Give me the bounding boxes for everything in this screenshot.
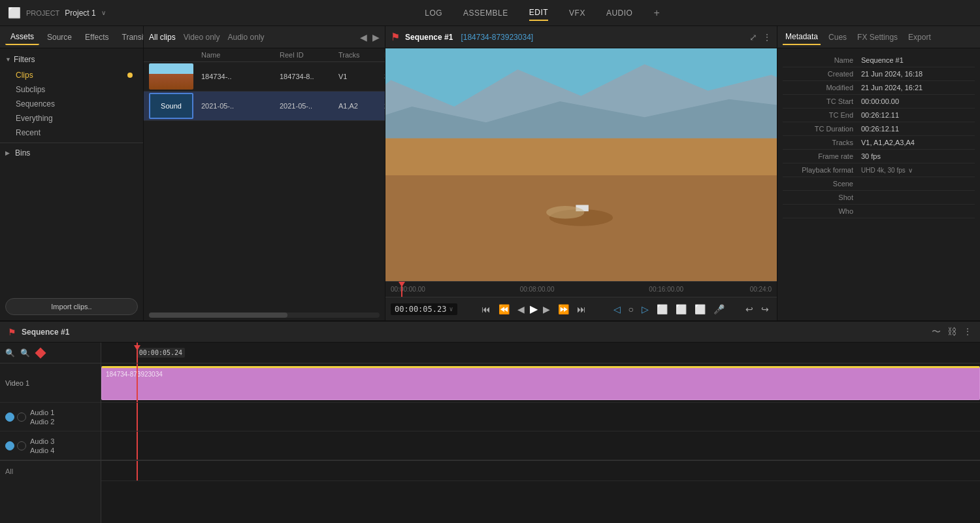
filters-header[interactable]: ▼ Filters xyxy=(5,54,138,65)
insert-button[interactable]: ⬜ xyxy=(673,303,689,316)
meta-value-modified: 21 Jun 2024, 16:21 xyxy=(861,84,975,92)
filter-sequences[interactable]: Sequences xyxy=(5,97,138,111)
video-clip-block[interactable]: 184734-873923034 xyxy=(101,366,980,400)
project-caret-icon[interactable]: ∨ xyxy=(101,9,106,16)
preview-playhead[interactable] xyxy=(401,282,402,297)
bins-label: Bins xyxy=(15,148,30,158)
clips-prev-icon[interactable]: ◀ xyxy=(360,32,367,42)
mark-clear-button[interactable]: ○ xyxy=(626,303,636,316)
table-row[interactable]: 184734-.. 184734-8.. V1 30 xyxy=(144,62,385,92)
audio34-ctrl-2[interactable] xyxy=(17,441,26,450)
top-bar: ⬜ PROJECT Project 1 ∨ LOG ASSEMBLE EDIT … xyxy=(0,0,980,26)
meta-name-row: Name Sequence #1 xyxy=(783,54,975,67)
tab-metadata[interactable]: Metadata xyxy=(783,29,821,45)
tab-fx-settings[interactable]: FX Settings xyxy=(855,30,900,44)
clips-scrollbar[interactable] xyxy=(149,312,380,318)
skip-to-start-button[interactable]: ⏮ xyxy=(479,303,493,316)
import-clips-button[interactable]: Import clips.. xyxy=(5,298,138,315)
fullscreen-icon[interactable]: ⤢ xyxy=(749,32,757,42)
main-area: Assets Source Effects Transitions + 🔍 ≡ … xyxy=(0,26,980,320)
audio12-empty xyxy=(101,403,980,431)
tab-video-only[interactable]: Video only xyxy=(184,30,220,44)
timeline-body: 🔍 🔍 Video 1 Audio 1 Audio 2 xyxy=(0,343,980,523)
tab-audio-only[interactable]: Audio only xyxy=(228,30,265,44)
nav-log[interactable]: LOG xyxy=(425,6,442,20)
all-track-row[interactable] xyxy=(101,460,980,481)
audio34-track-row[interactable] xyxy=(101,431,980,460)
ruler-mark-2: 00:16:00.00 xyxy=(649,286,683,293)
project-label: PROJECT xyxy=(26,9,59,17)
clip-thumbnail-1 xyxy=(149,63,201,90)
step-forward-button[interactable]: ⏩ xyxy=(555,303,572,316)
audio12-ctrl-1[interactable] xyxy=(5,413,14,422)
meta-value-tracks: V1, A1,A2,A3,A4 xyxy=(861,139,975,146)
video-track-row[interactable]: 184734-873923034 xyxy=(101,363,980,403)
meta-value-scene[interactable] xyxy=(861,180,975,188)
preview-more-icon[interactable]: ⋮ xyxy=(762,32,772,42)
nav-add-icon[interactable]: + xyxy=(653,7,659,19)
preview-ruler: 00:00:00.00 00:08:00.00 00:16:00.00 00:2… xyxy=(385,281,777,297)
meta-key-tcdur: TC Duration xyxy=(783,125,861,133)
meta-scene-row: Scene xyxy=(783,177,975,191)
meta-key-framerate: Frame rate xyxy=(783,152,861,160)
timecode-dropdown-icon[interactable]: ∨ xyxy=(449,305,453,312)
meta-who-row: Who xyxy=(783,205,975,218)
play-button[interactable]: ▶ xyxy=(530,303,538,315)
audio12-ctrl-2[interactable] xyxy=(17,413,26,422)
nav-assemble[interactable]: ASSEMBLE xyxy=(463,6,508,20)
zoom-out-icon[interactable]: 🔍 xyxy=(5,348,15,358)
clips-next-icon[interactable]: ▶ xyxy=(372,32,380,42)
playback-dropdown-icon[interactable]: ∨ xyxy=(908,167,913,174)
svg-rect-4 xyxy=(385,175,777,281)
zoom-row: 🔍 🔍 xyxy=(0,343,101,363)
audio34-ctrl-1[interactable] xyxy=(5,441,14,450)
nav-vfx[interactable]: VFX xyxy=(569,6,585,20)
tab-all-clips[interactable]: All clips xyxy=(149,30,176,44)
link-icon[interactable]: ⛓ xyxy=(947,326,956,338)
filter-everything[interactable]: Everything xyxy=(5,111,138,126)
redo-button[interactable]: ↪ xyxy=(759,303,772,316)
filter-clips[interactable]: Clips xyxy=(5,68,138,82)
zoom-in-icon[interactable]: 🔍 xyxy=(20,348,30,358)
preview-sequence-timecode: [184734-873923034] xyxy=(461,33,533,42)
meta-value-shot[interactable] xyxy=(861,194,975,201)
skip-to-end-button[interactable]: ⏭ xyxy=(574,303,589,316)
waveform-icon[interactable]: 〜 xyxy=(932,326,941,338)
tl-timecode-row[interactable]: 00:00:05.24 xyxy=(101,343,980,363)
filter-subclips[interactable]: Subclips xyxy=(5,82,138,97)
clips-table: Name Reel ID Tracks Fr. 184734-.. 184734… xyxy=(144,48,385,179)
tab-source[interactable]: Source xyxy=(42,30,77,44)
video-clip-name: 184734-873923034 xyxy=(106,371,163,378)
tab-export[interactable]: Export xyxy=(906,30,934,44)
tab-effects[interactable]: Effects xyxy=(80,30,114,44)
tab-assets[interactable]: Assets xyxy=(5,29,39,45)
video1-label: Video 1 xyxy=(5,379,95,387)
timecode-display[interactable]: 00:00:05.23 ∨ xyxy=(391,303,457,315)
top-nav: LOG ASSEMBLE EDIT VFX AUDIO + xyxy=(112,5,972,21)
frame-back-button[interactable]: ◀ xyxy=(515,303,527,316)
timeline-more-icon[interactable]: ⋮ xyxy=(963,326,972,338)
tab-cues[interactable]: Cues xyxy=(826,30,849,44)
table-row[interactable]: Sound 2021-05-.. 2021-05-.. A1,A2 24 xyxy=(144,92,385,121)
mark-out-button[interactable]: ▷ xyxy=(639,303,651,316)
meta-key-created: Created xyxy=(783,70,861,78)
nav-edit[interactable]: EDIT xyxy=(529,5,548,21)
panel-tabs: Assets Source Effects Transitions + 🔍 ≡ … xyxy=(0,26,143,48)
mark-clip-button[interactable]: ⬜ xyxy=(654,303,670,316)
mark-in-button[interactable]: ◁ xyxy=(611,303,623,316)
back-icon[interactable]: ⬜ xyxy=(8,7,21,19)
step-back-button[interactable]: ⏪ xyxy=(496,303,512,316)
project-name[interactable]: Project 1 xyxy=(65,8,95,18)
audio12-track-row[interactable] xyxy=(101,403,980,431)
bins-header[interactable]: ▶ Bins xyxy=(5,148,138,158)
frame-forward-button[interactable]: ▶ xyxy=(540,303,553,316)
filter-recent[interactable]: Recent xyxy=(5,126,138,140)
meta-value-who[interactable] xyxy=(861,207,975,215)
nav-audio[interactable]: AUDIO xyxy=(606,6,633,20)
meta-value-playback[interactable]: UHD 4k, 30 fps ∨ xyxy=(861,166,975,174)
meta-value-name: Sequence #1 xyxy=(861,56,975,64)
preview-title: Sequence #1 xyxy=(405,33,453,42)
overwrite-button[interactable]: ⬜ xyxy=(692,303,708,316)
undo-button[interactable]: ↩ xyxy=(743,303,756,316)
mic-button[interactable]: 🎤 xyxy=(711,303,727,316)
